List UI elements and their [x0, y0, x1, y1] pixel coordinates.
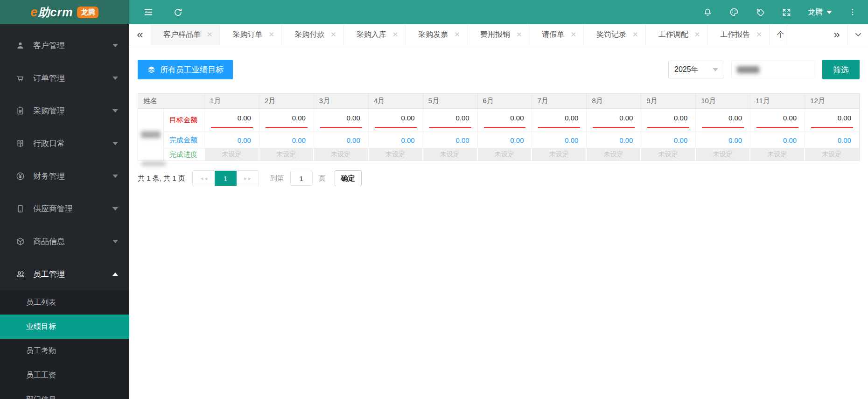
done-amount-value[interactable]: 0.00	[532, 132, 586, 148]
close-tab-icon[interactable]: ✕	[516, 30, 522, 39]
filter-button[interactable]: 筛选	[822, 60, 860, 79]
done-amount-value[interactable]: 0.00	[641, 132, 695, 148]
close-tab-icon[interactable]: ✕	[392, 30, 399, 39]
sidebar-item-4[interactable]: 行政日常	[0, 127, 129, 160]
target-amount-input[interactable]: 0.00	[368, 109, 423, 132]
done-amount-value[interactable]: 0.00	[477, 132, 532, 148]
sidebar-subitem-4[interactable]: 员工工资	[0, 363, 129, 387]
close-tab-icon[interactable]: ✕	[269, 30, 275, 39]
done-amount-value[interactable]: 0.00	[750, 132, 805, 148]
collapse-tabs-icon[interactable]: «	[129, 24, 151, 45]
chevron-down-icon	[826, 11, 832, 14]
target-amount-input[interactable]: 0.00	[204, 109, 259, 132]
chevron-down-icon	[112, 109, 118, 112]
kebab-menu-icon[interactable]	[848, 7, 857, 17]
row-label-target: 目标金额	[164, 109, 204, 132]
sidebar-item-2[interactable]: 订单管理	[0, 62, 129, 94]
tab-3[interactable]: 采购付款✕	[282, 24, 344, 45]
sidebar-item-1[interactable]: 客户管理	[0, 29, 129, 62]
close-tab-icon[interactable]: ✕	[570, 30, 576, 39]
target-amount-input[interactable]: 0.00	[586, 109, 641, 132]
tab-label: 工作报告	[720, 30, 750, 40]
table-header: 姓名 1月2月3月4月5月6月7月8月9月10月11月12月	[138, 93, 860, 109]
close-tab-icon[interactable]: ✕	[694, 30, 700, 39]
target-amount-input[interactable]: 0.00	[532, 109, 586, 132]
close-tab-icon[interactable]: ✕	[330, 30, 336, 39]
tab-9[interactable]: 工作调配✕	[646, 24, 708, 45]
palette-icon[interactable]	[729, 7, 739, 17]
target-amount-input[interactable]: 0.00	[314, 109, 368, 132]
current-page-button[interactable]: 1	[215, 171, 237, 186]
tab-8[interactable]: 奖罚记录✕	[584, 24, 646, 45]
done-amount-value[interactable]: 0.00	[314, 132, 368, 148]
target-amount-input[interactable]: 0.00	[423, 109, 477, 132]
bell-icon[interactable]	[703, 7, 713, 17]
target-amount-input[interactable]: 0.00	[259, 109, 314, 132]
target-amount-input[interactable]: 0.00	[805, 109, 859, 132]
goto-page-label: 到第	[270, 174, 284, 183]
tab-1[interactable]: 客户样品单✕	[151, 24, 220, 45]
layers-icon	[147, 65, 156, 74]
chevron-down-icon	[112, 44, 118, 47]
target-amount-input[interactable]: 0.00	[477, 109, 532, 132]
employee-name-cell	[138, 109, 164, 161]
all-employees-targets-button[interactable]: 所有员工业绩目标	[138, 60, 233, 79]
column-header-month-12: 12月	[805, 94, 859, 108]
tab-4[interactable]: 采购入库✕	[344, 24, 406, 45]
sidebar-subitem-2[interactable]: 业绩目标	[0, 315, 129, 339]
chevron-down-icon	[112, 207, 118, 210]
sidebar-item-7[interactable]: 商品信息	[0, 225, 129, 258]
sidebar-subitem-3[interactable]: 员工考勤	[0, 339, 129, 363]
tab-label: 采购发票	[418, 30, 448, 40]
tab-10[interactable]: 工作报告✕	[707, 24, 770, 45]
prev-page-icon[interactable]: ◄◄	[193, 171, 215, 186]
tab-6[interactable]: 费用报销✕	[468, 24, 530, 45]
confirm-button[interactable]: 确定	[335, 170, 362, 186]
year-select[interactable]: 2025年	[668, 61, 724, 78]
table-body: 目标金额0.000.000.000.000.000.000.000.000.00…	[138, 109, 860, 161]
tab-2[interactable]: 采购订单✕	[220, 24, 282, 45]
tab-11[interactable]: 个✕	[770, 24, 787, 45]
next-tabs-icon[interactable]: »	[826, 24, 847, 45]
done-amount-value[interactable]: 0.00	[259, 132, 314, 148]
done-amount-value[interactable]: 0.00	[423, 132, 477, 148]
column-header-month-2: 2月	[259, 94, 314, 108]
content-area: 所有员工业绩目标 2025年 筛选 姓名 1月2月3月4月5月6月7月8月9月1…	[129, 45, 868, 399]
progress-status-cell: 未设定	[314, 148, 368, 161]
menu-toggle-icon[interactable]	[143, 7, 154, 17]
tab-label: 工作调配	[658, 30, 688, 40]
finance-yen-icon	[15, 171, 25, 181]
close-tab-icon[interactable]: ✕	[756, 30, 762, 39]
close-tab-icon[interactable]: ✕	[207, 30, 213, 39]
tab-dropdown-icon[interactable]	[847, 24, 868, 45]
sidebar-subitem-1[interactable]: 员工列表	[0, 290, 129, 315]
done-amount-value[interactable]: 0.00	[368, 132, 423, 148]
sidebar-item-8[interactable]: 员工管理	[0, 258, 129, 290]
row-label-progress: 完成进度	[164, 148, 204, 161]
next-page-icon[interactable]: ►►	[237, 171, 259, 186]
sidebar-item-6[interactable]: 供应商管理	[0, 192, 129, 225]
close-tab-icon[interactable]: ✕	[454, 30, 460, 39]
done-amount-value[interactable]: 0.00	[805, 132, 859, 148]
tag-icon[interactable]	[756, 7, 765, 17]
refresh-icon[interactable]	[173, 7, 183, 17]
tab-5[interactable]: 采购发票✕	[406, 24, 468, 45]
tab-7[interactable]: 请假单✕	[529, 24, 584, 45]
done-amount-value[interactable]: 0.00	[586, 132, 641, 148]
employee-search-input[interactable]	[731, 61, 815, 78]
goto-page-input[interactable]: 1	[290, 171, 313, 186]
target-amount-input[interactable]: 0.00	[750, 109, 805, 132]
close-tab-icon[interactable]: ✕	[632, 30, 638, 39]
sidebar-item-3[interactable]: 采购管理	[0, 94, 129, 127]
done-amount-value[interactable]: 0.00	[695, 132, 750, 148]
sidebar-item-5[interactable]: 财务管理	[0, 160, 129, 192]
sidebar-submenu: 员工列表业绩目标员工考勤员工工资部门信息	[0, 290, 129, 399]
target-amount-input[interactable]: 0.00	[641, 109, 695, 132]
column-header-month-11: 11月	[750, 94, 805, 108]
done-amount-value[interactable]: 0.00	[204, 132, 259, 148]
progress-status-cell: 未设定	[696, 148, 749, 161]
target-amount-input[interactable]: 0.00	[695, 109, 750, 132]
user-menu[interactable]: 龙腾	[808, 7, 832, 17]
fullscreen-icon[interactable]	[782, 7, 791, 17]
sidebar-subitem-5[interactable]: 部门信息	[0, 387, 129, 399]
